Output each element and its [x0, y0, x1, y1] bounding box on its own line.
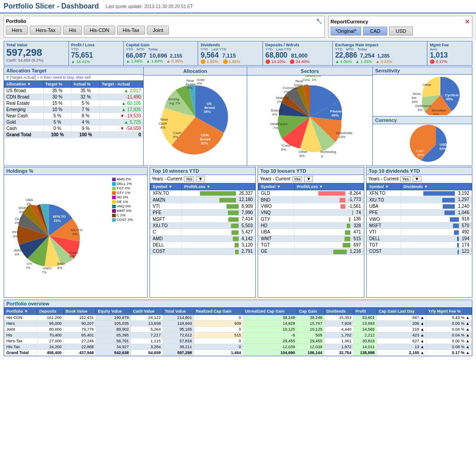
- stat-label-ex: Exchange Rate Impact: [335, 43, 425, 47]
- ov-name: Hers-Tax: [5, 338, 37, 344]
- portfolio-btn-hers[interactable]: Hers: [6, 26, 28, 35]
- ov-unreal: 10,125: [243, 327, 297, 332]
- alloc-row-gold: Gold 5 % 4 % ▲ 5,725: [5, 119, 143, 126]
- ov-capgain: 12,039: [297, 344, 324, 350]
- svg-text:7%: 7%: [273, 126, 278, 130]
- loosers-filter-years: Years - Current: [260, 176, 290, 181]
- ov-col-cash: Cash Value: [131, 308, 163, 315]
- currency-label: ReportCurrency: [331, 19, 368, 24]
- dividends-dropdown-icon[interactable]: ▼: [413, 176, 422, 182]
- ov-name: His-Tax: [5, 344, 37, 350]
- svg-text:Defens.1%: Defens.1%: [305, 76, 321, 77]
- ov-book: 79,776: [63, 327, 96, 332]
- svg-text:9%: 9%: [281, 148, 286, 152]
- ov-profit: 30,816: [354, 338, 377, 344]
- svg-text:BND: BND: [57, 262, 65, 266]
- winner-symbol: XFN.TO: [150, 190, 182, 197]
- alloc-row-emerging: Emerging 10 % 7 % ▲ 17,835: [5, 107, 143, 113]
- ov-mgmt: 0.00 % ▲: [426, 321, 472, 327]
- stat-ex-today: 1,285: [377, 53, 390, 58]
- portfolio-btn-joint[interactable]: Joint: [147, 26, 169, 35]
- ov-total-equity: 542,638: [96, 350, 131, 356]
- svg-text:Real: Real: [295, 79, 303, 83]
- ov-mgmt: 0.04 % ▲: [426, 332, 472, 338]
- looser-symbol: UBA: [258, 229, 295, 235]
- stat-profit-loss: Profit / Loss YTD 75,651 ▲ 14.41%: [69, 41, 124, 65]
- allocation-pie-title: Allocation: [144, 67, 247, 76]
- ov-total-cash: 54,659: [131, 350, 163, 356]
- div-value: 174: [401, 242, 472, 248]
- currency-btn-cad[interactable]: CAD: [363, 27, 387, 36]
- ov-book: 152,431: [63, 315, 96, 321]
- looser-symbol: BND: [258, 197, 295, 203]
- winner-profit: 4,142: [181, 235, 255, 242]
- ov-capgain: 38,248: [297, 315, 324, 321]
- portfolio-btn-hers-tax[interactable]: Hers-Tax: [30, 26, 61, 35]
- app-title: Portfolio Slicer - Dashboard: [4, 2, 99, 10]
- div-value: 1,297: [401, 197, 472, 203]
- ov-div: 15,353: [324, 315, 354, 321]
- div-value: 3,192: [401, 190, 472, 197]
- svg-text:64%: 64%: [440, 147, 447, 151]
- ov-div: 7,926: [324, 321, 354, 327]
- loosers-dropdown-icon[interactable]: ▼: [304, 176, 313, 182]
- svg-text:CAD: CAD: [416, 149, 424, 153]
- svg-text:Broad: Broad: [204, 106, 215, 110]
- alloc-actual: 5 %: [72, 100, 100, 107]
- svg-text:PFE: PFE: [12, 230, 19, 234]
- svg-text:40%: 40%: [331, 113, 339, 117]
- div-symbol: TGT: [367, 242, 401, 248]
- ov-capgain: 509: [297, 332, 324, 338]
- svg-text:7%: 7%: [26, 266, 30, 269]
- div-symbol: UBA: [367, 203, 401, 209]
- winner-symbol: MSFT: [150, 216, 182, 222]
- stat-div-ytd: 9,564: [200, 51, 218, 59]
- svg-text:*Cash: *Cash: [281, 144, 291, 148]
- alloc-target: 15 %: [43, 100, 71, 107]
- portfolio-btn-his-tax[interactable]: His-Tax: [117, 26, 145, 35]
- stats-bar: Total Value 597,298 Cash: 54,659 (9.2%) …: [4, 41, 472, 66]
- div-value: 1,046: [401, 210, 472, 216]
- ov-book: 22,888: [63, 344, 96, 350]
- stat-label-dep: Deposits / Wdrvls: [265, 43, 330, 47]
- sensitivity-title: Sensitivity: [373, 67, 472, 75]
- ov-profit: 14,565: [354, 327, 377, 332]
- alloc-target: 5 %: [43, 113, 71, 119]
- winners-filter-years: Years - Current: [152, 176, 182, 181]
- svg-text:Technolog: Technolog: [320, 150, 336, 154]
- allocation-table: Allocation ▼ Target % Actual % Target - …: [4, 81, 143, 138]
- looser-symbol: GTY: [258, 216, 295, 222]
- svg-text:4%: 4%: [15, 221, 19, 224]
- alloc-actual: 4 %: [72, 119, 100, 126]
- dividends-title: Top 10 dividends YTD: [367, 167, 472, 175]
- winner-symbol: PFE: [150, 210, 182, 216]
- svg-text:4%: 4%: [27, 202, 31, 206]
- winner-symbol: DELL: [150, 242, 182, 248]
- ov-col-caplast: Cap Gain Last Day: [377, 308, 426, 315]
- ov-realcap: 0: [194, 344, 243, 350]
- svg-text:VWO: VWO: [43, 266, 51, 270]
- ov-div: 1,972: [324, 344, 354, 350]
- ov-caplast: 206 ▲: [377, 321, 426, 327]
- currency-btn-usd[interactable]: USD: [389, 27, 413, 36]
- holdings-title: Holdings %: [4, 167, 147, 175]
- portfolio-btn-his-cdn[interactable]: His-CDN: [84, 26, 115, 35]
- stat-div-last: 7,115: [222, 53, 236, 59]
- loosers-col-symbol: Symbol ▼: [258, 184, 295, 190]
- currency-pie-title: Currency: [373, 117, 472, 124]
- ov-unreal: -6: [243, 332, 297, 338]
- stat-value-total: 597,298: [6, 47, 66, 58]
- portfolio-btn-his[interactable]: His: [63, 26, 82, 35]
- ov-unreal: 38,248: [243, 315, 297, 321]
- svg-text:Cyclical: Cyclical: [445, 93, 458, 97]
- overview-table: Portfolio ▼ Deposits Book Value Equity V…: [4, 308, 472, 356]
- ov-total: 38,211: [163, 344, 194, 350]
- ov-cash: 24,122: [131, 315, 163, 321]
- winners-filter-yes: Yes: [184, 176, 194, 182]
- alloc-diff: ▲ 2,017: [100, 88, 143, 94]
- svg-text:36%: 36%: [417, 153, 424, 157]
- div-symbol: VTI: [367, 229, 401, 235]
- currency-btn-original[interactable]: *Original*: [331, 27, 361, 36]
- winners-dropdown-icon[interactable]: ▼: [196, 176, 205, 182]
- svg-text:4%: 4%: [272, 112, 277, 117]
